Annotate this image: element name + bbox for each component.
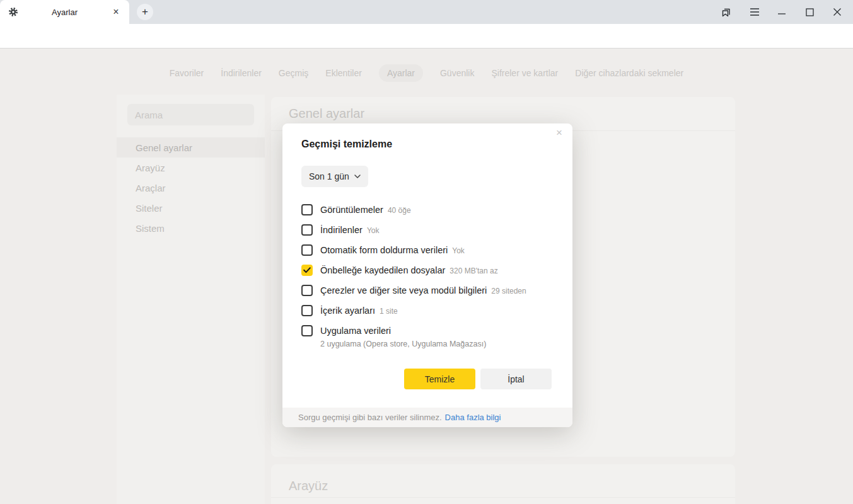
clear-item-row: Otomatik form doldurma verileriYok [301, 244, 559, 256]
minimize-button[interactable] [769, 0, 794, 24]
checkbox-unchecked[interactable] [301, 325, 313, 336]
clear-item-row: Uygulama verileri2 uygulama (Opera store… [301, 325, 559, 348]
clear-item-label: Çerezler ve diğer site veya modül bilgil… [320, 285, 487, 295]
clear-item-row: Görüntülemeler40 öğe [301, 204, 559, 215]
new-tab-button[interactable]: + [137, 4, 153, 20]
tab-close-icon[interactable]: × [110, 6, 122, 18]
maximize-button[interactable] [797, 0, 822, 24]
sidebar-item[interactable]: Genel ayarlar [117, 137, 265, 158]
window-close-icon [833, 8, 842, 16]
checkbox-unchecked[interactable] [301, 305, 313, 316]
sidebar-search-input[interactable]: Arama [127, 104, 254, 125]
sidebar-list: Genel ayarlarArayüzAraçlarSitelerSistem [117, 137, 265, 238]
settings-nav-tab[interactable]: Diğer cihazlardaki sekmeler [575, 68, 683, 78]
dialog-title: Geçmişi temizleme [301, 139, 392, 150]
clear-item-meta: 29 siteden [491, 285, 526, 295]
chevron-down-icon [354, 175, 361, 178]
settings-nav-tab[interactable]: Güvenlik [440, 68, 474, 78]
settings-nav-tabs: FavorilerİndirilenlerGeçmişEklentilerAya… [0, 64, 853, 83]
clear-item-row: İndirilenlerYok [301, 224, 559, 236]
clear-item-meta: 320 MB'tan az [450, 265, 497, 275]
clear-item-row: Çerezler ve diğer site veya modül bilgil… [301, 285, 559, 296]
settings-nav-tab[interactable]: Ayarlar [379, 64, 423, 82]
checkbox-unchecked[interactable] [301, 204, 313, 215]
clear-button[interactable]: Temizle [404, 369, 475, 389]
settings-nav-tab[interactable]: Eklentiler [325, 68, 362, 78]
checkbox-unchecked[interactable] [301, 244, 313, 256]
interface-settings-card: Arayüz [271, 464, 735, 504]
interface-settings-heading: Arayüz [289, 479, 328, 493]
plus-icon: + [142, 6, 148, 18]
clear-item-row: Önbelleğe kaydedilen dosyalar320 MB'tan … [301, 265, 559, 276]
footer-note: Sorgu geçmişi gibi bazı veriler silinmez… [298, 413, 442, 422]
general-settings-heading: Genel ayarlar [289, 106, 364, 121]
clear-history-dialog: × Geçmişi temizleme Son 1 gün Görüntülem… [282, 123, 572, 427]
cancel-button[interactable]: İptal [480, 369, 552, 389]
browser-tab[interactable]: Ayarlar × [0, 0, 129, 24]
clear-item-row: İçerik ayarları1 site [301, 305, 559, 316]
clear-item-label: Otomatik form doldurma verileri [320, 245, 448, 255]
clear-items-list: Görüntülemeler40 öğeİndirilenlerYokOtoma… [301, 204, 559, 357]
clear-item-label: İçerik ayarları [320, 306, 375, 316]
clear-item-meta: Yok [367, 225, 380, 235]
checkbox-unchecked[interactable] [301, 285, 313, 296]
clear-item-label: Önbelleğe kaydedilen dosyalar [320, 265, 445, 275]
clear-item-label: İndirilenler [320, 225, 363, 235]
dialog-close-icon[interactable]: × [552, 125, 567, 140]
settings-nav-tab[interactable]: Şifreler ve kartlar [491, 68, 558, 78]
window-close-button[interactable] [825, 0, 850, 24]
clear-item-meta: 1 site [380, 306, 398, 316]
checkbox-unchecked[interactable] [301, 224, 313, 236]
sidebar-item[interactable]: Arayüz [117, 158, 265, 178]
address-bar[interactable]: Y settings Ayarlar [0, 24, 853, 49]
settings-nav-tab[interactable]: Favoriler [170, 68, 204, 78]
sidebar-item[interactable]: Sistem [117, 218, 265, 238]
time-period-value: Son 1 gün [309, 171, 349, 181]
maximize-icon [806, 8, 814, 16]
clear-item-label: Görüntülemeler [320, 205, 383, 215]
browser-menu-button[interactable] [742, 0, 767, 24]
clear-item-label: Uygulama verileri [320, 326, 391, 336]
clear-item-meta: Yok [452, 245, 465, 255]
minimize-icon [777, 8, 786, 16]
settings-sidebar: Arama Genel ayarlarArayüzAraçlarSitelerS… [117, 94, 265, 504]
menu-icon [750, 8, 760, 16]
dialog-footer: Sorgu geçmişi gibi bazı veriler silinmez… [282, 408, 572, 427]
sidebar-item[interactable]: Araçlar [117, 178, 265, 198]
tab-bar: Ayarlar × + [0, 0, 853, 24]
checkbox-checked[interactable] [301, 265, 313, 276]
settings-nav-tab[interactable]: Geçmiş [279, 68, 308, 78]
settings-nav-tab[interactable]: İndirilenler [221, 68, 262, 78]
clear-item-meta: 40 öğe [388, 205, 411, 215]
time-period-dropdown[interactable]: Son 1 gün [301, 166, 368, 187]
side-panel-icon [721, 6, 732, 18]
side-panel-button[interactable] [714, 0, 739, 24]
more-info-link[interactable]: Daha fazla bilgi [445, 413, 501, 422]
clear-item-sublabel: 2 uygulama (Opera store, Uygulama Mağaza… [320, 340, 559, 348]
sidebar-item[interactable]: Siteler [117, 198, 265, 218]
